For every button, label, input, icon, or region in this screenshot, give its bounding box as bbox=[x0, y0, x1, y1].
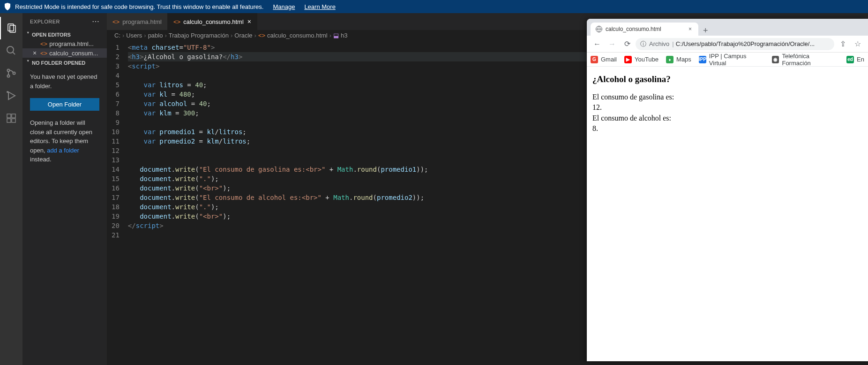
reload-button[interactable]: ⟳ bbox=[621, 38, 634, 51]
bookmark-icon: ▶ bbox=[624, 56, 632, 63]
svg-point-4 bbox=[7, 69, 10, 72]
chevron-down-icon: ˅ bbox=[24, 31, 32, 38]
page-heading: ¿Alcohol o gasolina? bbox=[592, 74, 862, 84]
tab-label: programa.html bbox=[122, 18, 162, 25]
html-file-icon: <> bbox=[173, 18, 180, 25]
explorer-icon[interactable] bbox=[0, 17, 22, 39]
shield-icon bbox=[4, 3, 11, 10]
svg-point-8 bbox=[7, 91, 8, 92]
back-button[interactable]: ← bbox=[591, 38, 604, 51]
folder-hint-message: Opening a folder will close all currentl… bbox=[22, 114, 107, 169]
manage-link[interactable]: Manage bbox=[273, 3, 295, 10]
html-file-icon: <> bbox=[40, 40, 47, 47]
sidebar-title: EXPLORER bbox=[30, 19, 60, 24]
star-icon[interactable]: ☆ bbox=[851, 38, 864, 51]
page-line: 12. bbox=[592, 102, 862, 113]
page-line: 8. bbox=[592, 123, 862, 134]
browser-tab-bar: calculo_consumo.html × + bbox=[587, 19, 868, 36]
bookmark-label: En bbox=[857, 56, 864, 63]
editor-name: programa.html... bbox=[49, 40, 94, 47]
svg-point-5 bbox=[7, 75, 10, 77]
bookmark-label: YouTube bbox=[635, 56, 658, 63]
svg-rect-9 bbox=[7, 114, 11, 118]
browser-window: calculo_consumo.html × + ← → ⟳ ⓘ Archivo… bbox=[587, 19, 868, 361]
browser-tab[interactable]: calculo_consumo.html × bbox=[591, 23, 698, 36]
browser-toolbar: ← → ⟳ ⓘ Archivo | C:/Users/pablo/Trabajo… bbox=[587, 36, 868, 53]
bookmark-item[interactable]: GGmail bbox=[591, 56, 617, 63]
bookmark-icon: ⬧ bbox=[666, 56, 673, 63]
html-file-icon: <> bbox=[112, 18, 120, 25]
activity-bar bbox=[0, 13, 22, 365]
page-content: ¿Alcohol o gasolina? El consumo de gasol… bbox=[587, 67, 868, 142]
bookmark-icon: ◉ bbox=[772, 56, 779, 63]
bookmark-item[interactable]: ⬧Maps bbox=[666, 56, 691, 63]
info-icon[interactable]: ⓘ bbox=[640, 40, 646, 48]
address-url: C:/Users/pablo/Trabajo%20Programación/Or… bbox=[676, 40, 830, 47]
bookmark-icon: G bbox=[591, 56, 598, 63]
restricted-mode-banner: Restricted Mode is intended for safe cod… bbox=[0, 0, 868, 13]
chevron-down-icon: ˅ bbox=[24, 60, 32, 66]
bookmark-label: Gmail bbox=[601, 56, 617, 63]
open-folder-button[interactable]: Open Folder bbox=[30, 98, 99, 111]
close-icon[interactable]: × bbox=[31, 49, 38, 57]
close-icon[interactable]: × bbox=[247, 18, 251, 25]
source-control-icon[interactable] bbox=[0, 62, 22, 84]
sidebar-header: EXPLORER ⋯ bbox=[22, 13, 107, 30]
extensions-icon[interactable] bbox=[0, 107, 22, 129]
page-line: El consumo de gasolina es: bbox=[592, 92, 862, 102]
bookmark-icon: IPP bbox=[699, 56, 706, 63]
editor-name: calculo_consum... bbox=[49, 50, 98, 57]
symbol-icon: ⬓ bbox=[333, 32, 339, 39]
no-folder-header[interactable]: ˅ NO FOLDER OPENED bbox=[22, 58, 107, 68]
svg-line-3 bbox=[13, 52, 15, 54]
svg-rect-12 bbox=[12, 119, 15, 122]
add-folder-link[interactable]: add a folder bbox=[47, 147, 79, 154]
banner-text: Restricted Mode is intended for safe cod… bbox=[15, 3, 263, 10]
open-editor-item[interactable]: × <> calculo_consum... bbox=[22, 48, 107, 58]
svg-rect-10 bbox=[12, 114, 15, 118]
tab-label: calculo_consumo.html bbox=[183, 18, 244, 25]
bookmark-item[interactable]: ▶YouTube bbox=[624, 56, 658, 63]
editor-tab[interactable]: <> programa.html bbox=[107, 13, 168, 30]
new-tab-button[interactable]: + bbox=[698, 26, 713, 36]
close-icon[interactable]: × bbox=[687, 26, 694, 32]
line-numbers: 123456789101112131415161718192021 bbox=[107, 41, 128, 365]
html-file-icon: <> bbox=[40, 50, 47, 57]
svg-point-2 bbox=[7, 46, 14, 53]
editor-tab[interactable]: <> calculo_consumo.html × bbox=[168, 13, 257, 30]
forward-button[interactable]: → bbox=[606, 38, 619, 51]
html-file-icon: <> bbox=[258, 32, 265, 39]
bookmark-item[interactable]: edEn bbox=[846, 56, 864, 63]
open-editor-item[interactable]: <> programa.html... bbox=[22, 39, 107, 48]
share-icon[interactable]: ⇪ bbox=[836, 38, 849, 51]
no-folder-message: You have not yet opened a folder. bbox=[22, 68, 107, 95]
svg-marker-7 bbox=[8, 92, 15, 99]
search-icon[interactable] bbox=[0, 39, 22, 62]
browser-tab-title: calculo_consumo.html bbox=[606, 26, 687, 32]
bookmark-item[interactable]: IPPIPP | Campus Virtual bbox=[699, 53, 764, 67]
bookmark-icon: ed bbox=[846, 56, 854, 63]
learn-more-link[interactable]: Learn More bbox=[304, 3, 335, 10]
bookmark-item[interactable]: ◉Telefónica Formación bbox=[772, 53, 839, 67]
bookmark-label: IPP | Campus Virtual bbox=[709, 53, 764, 67]
address-bar[interactable]: ⓘ Archivo | C:/Users/pablo/Trabajo%20Pro… bbox=[636, 38, 834, 50]
open-editors-header[interactable]: ˅ OPEN EDITORS bbox=[22, 30, 107, 39]
sidebar-more-icon[interactable]: ⋯ bbox=[92, 17, 100, 26]
page-line: El consumo de alcohol es: bbox=[592, 113, 862, 123]
svg-rect-11 bbox=[7, 119, 11, 122]
svg-point-6 bbox=[13, 72, 15, 75]
sidebar: EXPLORER ⋯ ˅ OPEN EDITORS <> programa.ht… bbox=[22, 13, 107, 365]
bookmark-label: Maps bbox=[676, 56, 691, 63]
bookmarks-bar: GGmail▶YouTube⬧MapsIPPIPP | Campus Virtu… bbox=[587, 53, 868, 67]
run-debug-icon[interactable] bbox=[0, 84, 22, 107]
globe-icon bbox=[595, 25, 603, 33]
bookmark-label: Telefónica Formación bbox=[782, 53, 839, 67]
